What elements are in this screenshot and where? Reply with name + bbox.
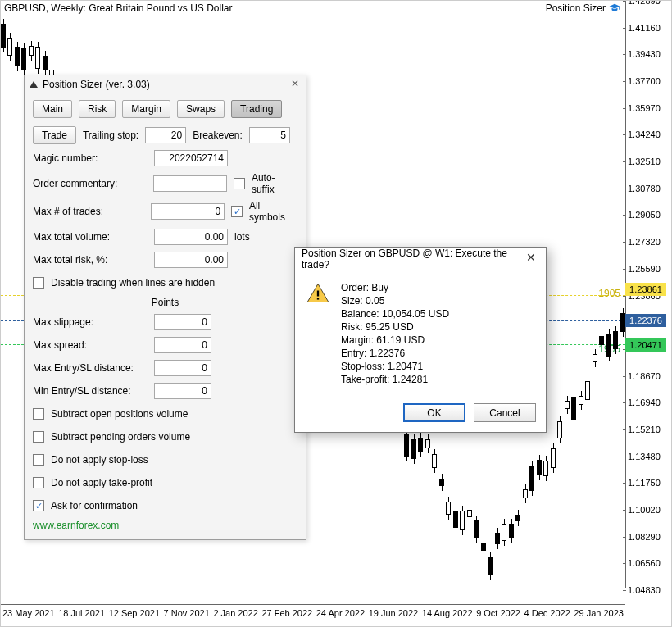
breakeven-label: Breakeven: (193, 129, 243, 141)
trade-button[interactable]: Trade (33, 126, 76, 144)
dialog-line-order: Order: Buy (341, 282, 449, 293)
chart-title: GBPUSD, Weekly: Great Britain Pound vs U… (4, 2, 233, 14)
x-tick-label: 24 Apr 2022 (316, 608, 365, 618)
tab-margin[interactable]: Margin (122, 100, 170, 118)
points-header: Points (33, 297, 297, 308)
breakeven-input[interactable] (249, 127, 290, 143)
x-tick-label: 19 Jun 2022 (369, 608, 419, 618)
tab-risk[interactable]: Risk (79, 100, 116, 118)
y-tick-label: 1.13480 (628, 452, 661, 461)
max-trades-label: Max # of trades: (33, 206, 144, 217)
no-stoploss-checkbox[interactable] (33, 454, 44, 466)
ok-button[interactable]: OK (403, 403, 465, 422)
y-tick-label: 1.42890 (628, 0, 661, 6)
panel-titlebar[interactable]: Position Sizer (ver. 3.03) — ✕ (25, 75, 306, 93)
x-tick-label: 7 Nov 2021 (164, 608, 210, 618)
max-slippage-label: Max slippage: (33, 316, 148, 328)
tab-main[interactable]: Main (33, 100, 72, 118)
ask-confirmation-label: Ask for confirmation (51, 500, 138, 511)
y-tick-label: 1.11750 (628, 478, 661, 488)
x-tick-label: 27 Feb 2022 (261, 608, 312, 618)
all-symbols-checkbox[interactable]: ✓ (231, 206, 243, 217)
price-tag-sl: 1.20471 (625, 338, 666, 352)
disable-trading-checkbox[interactable] (33, 277, 44, 289)
subtract-pending-checkbox[interactable] (33, 431, 44, 443)
close-icon[interactable]: ✕ (289, 79, 301, 90)
x-axis (1, 604, 625, 605)
y-tick-label: 1.34240 (628, 129, 661, 139)
dialog-text: Order: Buy Size: 0.05 Balance: 10,054.05… (341, 282, 449, 387)
autosuffix-checkbox[interactable] (234, 178, 245, 189)
dialog-line-sl: Stop-loss: 1.20471 (341, 361, 449, 372)
cancel-button[interactable]: Cancel (474, 403, 536, 422)
min-entry-sl-label: Min Entry/SL distance: (33, 385, 148, 397)
y-tick-label: 1.10020 (628, 505, 661, 515)
dialog-line-balance: Balance: 10,054.05 USD (341, 308, 449, 320)
y-tick-label: 1.16940 (628, 398, 661, 407)
y-tick-label: 1.25590 (628, 264, 661, 274)
max-trades-input[interactable] (151, 203, 225, 220)
disable-trading-label: Disable trading when lines are hidden (51, 277, 215, 289)
minimize-icon[interactable]: — (273, 79, 284, 90)
x-tick-label: 9 Oct 2022 (476, 608, 520, 618)
dialog-line-tp: Take-profit: 1.24281 (341, 374, 449, 385)
y-tick-label: 1.30780 (628, 184, 661, 193)
collapse-icon[interactable] (30, 81, 38, 88)
max-slippage-input[interactable] (154, 314, 211, 330)
dialog-titlebar[interactable]: Position Sizer on GBPUSD @ W1: Execute t… (295, 248, 546, 270)
dialog-title: Position Sizer on GBPUSD @ W1: Execute t… (302, 248, 523, 270)
autosuffix-label: Auto-suffix (252, 172, 297, 195)
tab-swaps[interactable]: Swaps (177, 100, 225, 118)
magic-number-label: Magic number: (33, 152, 148, 164)
subtract-open-checkbox[interactable] (33, 408, 44, 420)
max-spread-input[interactable] (154, 337, 211, 353)
position-sizer-panel: Position Sizer (ver. 3.03) — ✕ Main Risk… (24, 75, 306, 540)
trailing-stop-input[interactable] (145, 127, 186, 143)
price-tag-tp: 1.23861 (625, 283, 666, 296)
y-tick-label: 1.29050 (628, 210, 661, 220)
x-tick-label: 4 Dec 2022 (524, 608, 570, 618)
dialog-line-risk: Risk: 95.25 USD (341, 321, 449, 333)
tab-trading[interactable]: Trading (231, 100, 282, 118)
no-takeprofit-label: Do not apply take-profit (51, 477, 152, 488)
dialog-line-entry: Entry: 1.22376 (341, 348, 449, 359)
subtract-open-label: Subtract open positions volume (51, 408, 188, 420)
y-tick-label: 1.04830 (628, 585, 661, 595)
x-tick-label: 12 Sep 2021 (109, 608, 160, 618)
x-axis-labels: 23 May 202118 Jul 202112 Sep 20217 Nov 2… (1, 608, 625, 618)
magic-number-input[interactable] (154, 150, 228, 166)
y-tick-label: 1.18670 (628, 371, 661, 381)
trailing-stop-label: Trailing stop: (83, 129, 138, 141)
x-tick-label: 29 Jan 2023 (574, 608, 624, 618)
indicator-badge: Position Sizer (546, 2, 620, 14)
max-risk-label: Max total risk, %: (33, 254, 148, 266)
y-tick-label: 1.32510 (628, 157, 661, 166)
y-tick-label: 1.41160 (628, 23, 661, 33)
max-entry-sl-input[interactable] (154, 360, 211, 376)
warning-icon (306, 282, 329, 305)
no-stoploss-label: Do not apply stop-loss (51, 454, 148, 466)
svg-rect-0 (317, 291, 319, 297)
x-tick-label: 23 May 2021 (2, 608, 55, 618)
svg-rect-1 (317, 298, 319, 299)
lots-label: lots (234, 231, 250, 243)
max-entry-sl-label: Max Entry/SL distance: (33, 362, 148, 374)
panel-title: Position Sizer (ver. 3.03) (43, 79, 268, 90)
max-risk-input[interactable] (154, 252, 228, 268)
min-entry-sl-input[interactable] (154, 383, 211, 399)
ask-confirmation-checkbox[interactable]: ✓ (33, 500, 44, 511)
y-tick-label: 1.15210 (628, 425, 661, 434)
all-symbols-label: All symbols (249, 200, 297, 223)
y-tick-label: 1.35970 (628, 103, 661, 113)
dialog-close-icon[interactable]: ✕ (523, 251, 539, 267)
confirm-dialog: Position Sizer on GBPUSD @ W1: Execute t… (294, 247, 547, 433)
max-volume-label: Max total volume: (33, 231, 148, 243)
x-tick-label: 14 Aug 2022 (422, 608, 473, 618)
tab-bar: Main Risk Margin Swaps Trading (33, 100, 297, 118)
order-commentary-input[interactable] (153, 175, 227, 192)
no-takeprofit-checkbox[interactable] (33, 477, 44, 488)
y-tick-label: 1.08290 (628, 532, 661, 542)
website-link[interactable]: www.earnforex.com (33, 520, 297, 531)
max-volume-input[interactable] (154, 229, 228, 245)
dialog-line-size: Size: 0.05 (341, 295, 449, 307)
